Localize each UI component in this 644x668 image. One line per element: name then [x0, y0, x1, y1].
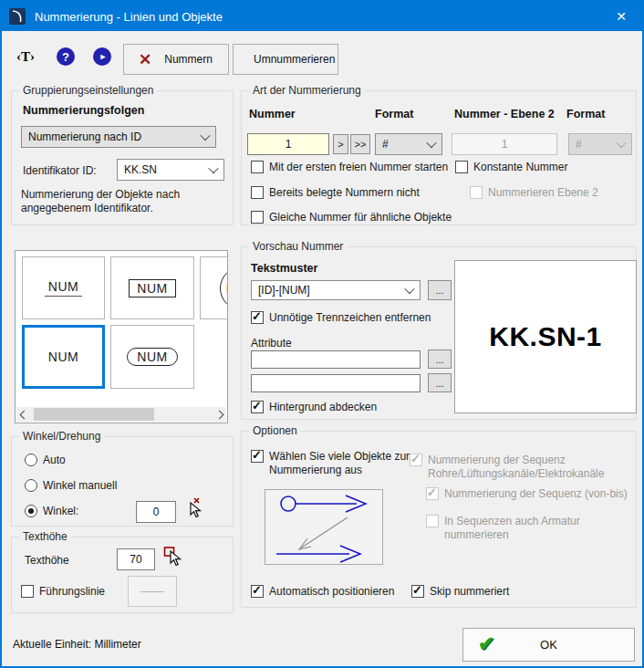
checkbox-automatisch-positionieren[interactable]: Automatisch positionieren	[251, 585, 394, 599]
chevron-down-icon	[404, 284, 414, 294]
style-tile-box[interactable]: NUM	[110, 256, 194, 319]
radio-circle[interactable]	[25, 505, 37, 517]
checkbox-skip-nummeriert[interactable]: Skip nummeriert	[411, 585, 509, 599]
close-button[interactable]: ✕	[600, 2, 642, 31]
checkbox-armatur: In Sequenzen auch Armatur nummerieren	[426, 515, 636, 542]
ebene2-header: Nummer - Ebene 2	[454, 108, 555, 120]
style-tile-plain-selected[interactable]: NUM	[22, 325, 105, 389]
checkbox-box[interactable]	[251, 161, 264, 173]
current-unit-label: Aktuelle Einheit: Millimeter	[13, 638, 141, 651]
umnummerieren-button[interactable]: Umnummerieren	[233, 44, 338, 75]
nummerierungsfolgen-value: Nummerierung nach ID	[28, 130, 141, 143]
line-sample-icon	[140, 591, 164, 592]
radio-circle[interactable]	[25, 454, 37, 466]
scrollbar-track[interactable]	[31, 407, 212, 422]
direction-arrows-icon	[265, 490, 382, 564]
attribute2-input[interactable]	[251, 374, 421, 392]
chevron-down-icon	[616, 138, 626, 148]
group-art-der-nummerierung: Art der Nummerierung Nummer Format Numme…	[241, 90, 637, 225]
pick-angle-button[interactable]	[185, 497, 205, 521]
checkbox-box[interactable]	[251, 585, 264, 598]
checkbox-box[interactable]	[251, 401, 264, 413]
checkbox-viele-objekte[interactable]: Wählen Sie viele Objekte zur Nummerierun…	[251, 450, 433, 477]
number-preview-box: KK.SN-1	[454, 260, 637, 413]
winkel-input[interactable]	[136, 501, 176, 523]
checkbox-box[interactable]	[251, 450, 264, 463]
leader-line-style-button[interactable]	[128, 576, 177, 607]
chevron-down-icon	[208, 163, 218, 173]
app-icon	[9, 8, 26, 25]
title-bar: Nummerierung - Linien und Objekte ✕	[2, 2, 642, 31]
checkbox-trennzeichen[interactable]: Unnötige Trennzeichen entfernen	[251, 311, 431, 325]
style-tile-oval[interactable]: NUM	[110, 325, 194, 389]
group-vorschau-nummer: Vorschau Nummer Tekstmuster [ID]-[NUM] .…	[241, 246, 637, 420]
attribute1-more-button[interactable]: ...	[428, 350, 452, 369]
styles-scrollbar[interactable]	[16, 407, 226, 422]
radio-winkel[interactable]: Winkel:	[25, 505, 78, 518]
tekstmuster-select[interactable]: [ID]-[NUM]	[251, 280, 421, 300]
format2-value: #	[576, 138, 582, 151]
style-tile-underline[interactable]: NUM	[22, 256, 105, 319]
radio-winkel-manuell[interactable]: Winkel manuell	[25, 479, 117, 493]
group-title: Optionen	[249, 424, 301, 438]
checkbox-hintergrund[interactable]: Hintergrund abdecken	[251, 401, 377, 414]
checkbox-gleiche-nummer[interactable]: Gleiche Nummer für ähnliche Objekte	[251, 211, 452, 224]
texthoehe-input[interactable]	[117, 548, 155, 570]
format-select[interactable]: #	[375, 133, 442, 155]
scroll-left-icon[interactable]	[16, 407, 31, 422]
nummerierungsfolgen-label: Nummerierungsfolgen	[23, 104, 144, 117]
checkbox-box[interactable]	[251, 211, 264, 224]
chevron-down-icon	[426, 138, 436, 148]
checkbox-box[interactable]	[411, 585, 424, 598]
identifikator-label: Identifikator ID:	[23, 164, 97, 177]
numbering-direction-preview	[265, 489, 383, 565]
pick-height-icon	[163, 546, 183, 568]
last-number-button[interactable]: >>	[350, 134, 370, 154]
identifikator-select[interactable]: KK.SN	[117, 159, 224, 181]
nummer-input[interactable]	[247, 133, 329, 155]
checkbox-belegte-nummern[interactable]: Bereits belegte Nummern nicht	[251, 186, 420, 200]
group-winkel-drehung: Winkel/Drehung Auto Winkel manuell Winke…	[11, 436, 234, 527]
attribute1-input[interactable]	[251, 350, 421, 369]
text-tool-button[interactable]: ‹T›	[16, 49, 35, 65]
group-title: Texthöhe	[19, 530, 71, 544]
tekstmuster-value: [ID]-[NUM]	[258, 284, 310, 297]
ok-button[interactable]: ✔ OK	[462, 628, 635, 662]
checkbox-box[interactable]	[21, 585, 34, 598]
nummer-header: Nummer	[249, 108, 296, 120]
nummern-button-label: Nummern	[164, 53, 213, 66]
radio-auto[interactable]: Auto	[25, 454, 66, 467]
checkbox-erste-freie-nummer[interactable]: Mit der ersten freien Nummer starten	[251, 161, 448, 174]
scroll-right-icon[interactable]	[212, 407, 226, 422]
scrollbar-thumb[interactable]	[34, 408, 154, 421]
checkbox-konstante-nummer[interactable]: Konstante Nummer	[455, 161, 567, 174]
nummerierungsfolgen-select[interactable]: Nummerierung nach ID	[21, 126, 216, 148]
checkbox-sequenz-rohre: Nummerierung der Sequenz Rohre/Lüftungsk…	[410, 454, 630, 481]
radio-circle[interactable]	[25, 479, 37, 492]
close-icon: ✕	[616, 9, 627, 24]
nummern-button[interactable]: ✕ Nummern	[123, 44, 229, 75]
ebene2-input	[452, 133, 557, 155]
attribute-label: Attribute	[251, 337, 292, 350]
run-button[interactable]: ►	[93, 47, 111, 66]
group-gruppierungseinstellungen: Gruppierungseinstellungen Nummerierungsf…	[11, 90, 234, 225]
checkbox-box	[470, 186, 483, 199]
tekstmuster-more-button[interactable]: ...	[428, 280, 452, 300]
group-title: Gruppierungseinstellungen	[19, 84, 157, 98]
checkbox-box	[410, 454, 422, 466]
pick-height-button[interactable]	[162, 546, 184, 569]
help-button[interactable]: ?	[57, 47, 75, 66]
checkbox-box[interactable]	[455, 161, 468, 173]
attribute2-more-button[interactable]: ...	[428, 373, 452, 392]
checkbox-fuehrungslinie[interactable]: Führungslinie	[21, 585, 105, 599]
checkbox-box[interactable]	[251, 186, 264, 199]
number-style-list: NUM NUM NUM NUM NUM	[15, 250, 228, 423]
play-icon: ►	[99, 52, 108, 61]
checkbox-box[interactable]	[251, 311, 264, 324]
identifikator-value: KK.SN	[124, 163, 157, 176]
style-tile-circle[interactable]: NUM	[200, 256, 228, 319]
next-number-button[interactable]: >	[333, 134, 348, 154]
format2-header: Format	[566, 108, 605, 120]
texthoehe-label: Texthöhe	[25, 554, 69, 567]
checkbox-box	[426, 487, 439, 500]
